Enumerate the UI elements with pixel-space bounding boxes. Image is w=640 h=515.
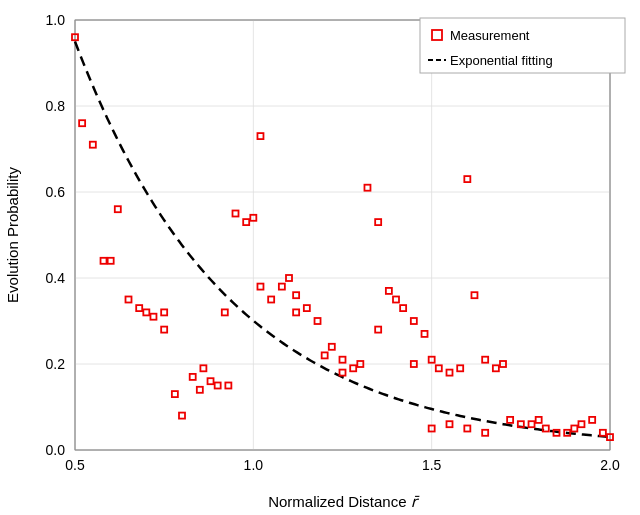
svg-rect-0 <box>75 20 610 450</box>
svg-text:Measurement: Measurement <box>450 28 530 43</box>
svg-text:0.2: 0.2 <box>46 356 66 372</box>
svg-text:0.6: 0.6 <box>46 184 66 200</box>
svg-text:1.0: 1.0 <box>244 457 264 473</box>
svg-text:1.0: 1.0 <box>46 12 66 28</box>
svg-text:1.5: 1.5 <box>422 457 442 473</box>
svg-text:0.0: 0.0 <box>46 442 66 458</box>
chart-container: 0.51.01.52.00.00.20.40.60.81.0Normalized… <box>0 0 640 515</box>
svg-text:Exponential fitting: Exponential fitting <box>450 53 553 68</box>
svg-text:Evolution Probability: Evolution Probability <box>4 167 21 303</box>
svg-text:2.0: 2.0 <box>600 457 620 473</box>
svg-text:Normalized Distance r̄: Normalized Distance r̄ <box>268 493 420 510</box>
svg-text:0.4: 0.4 <box>46 270 66 286</box>
svg-text:0.8: 0.8 <box>46 98 66 114</box>
chart-svg: 0.51.01.52.00.00.20.40.60.81.0Normalized… <box>0 0 640 515</box>
svg-text:0.5: 0.5 <box>65 457 85 473</box>
